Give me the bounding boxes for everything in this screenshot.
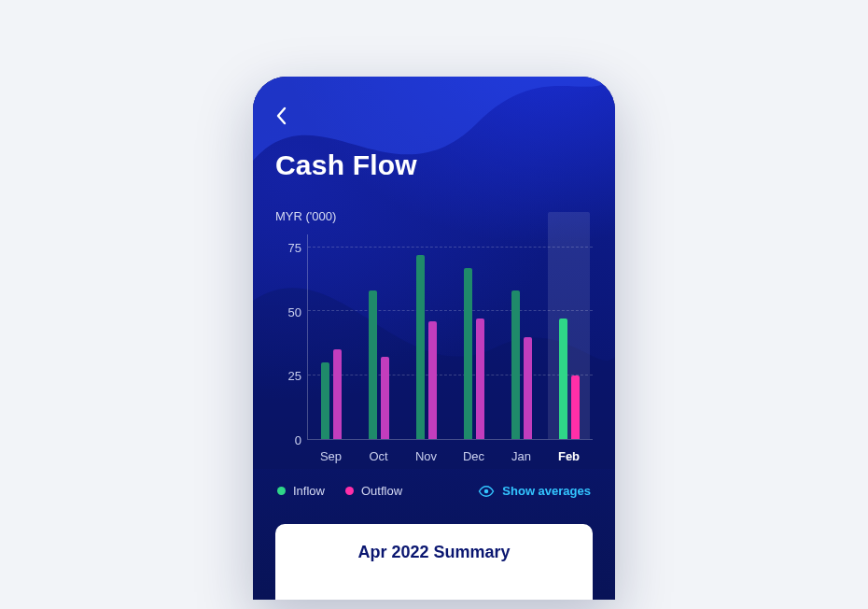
- x-tick: Sep: [307, 449, 355, 463]
- bar-outflow: [476, 319, 484, 439]
- bar-inflow: [559, 319, 567, 439]
- legend-item-inflow: Inflow: [277, 484, 325, 498]
- selection-highlight: [548, 212, 590, 439]
- summary-card: Apr 2022 Summary: [275, 524, 593, 600]
- legend-item-outflow: Outflow: [345, 484, 402, 498]
- y-axis-label: MYR ('000): [275, 209, 593, 223]
- bar-inflow: [416, 255, 425, 439]
- y-tick: 0: [295, 433, 301, 447]
- eye-icon: [478, 485, 495, 498]
- bar-group-jan[interactable]: [497, 234, 545, 439]
- y-tick: 50: [288, 304, 301, 319]
- page-title: Cash Flow: [275, 149, 593, 181]
- legend-row: Inflow Outflow Show averages: [275, 484, 593, 498]
- x-tick: Oct: [355, 449, 402, 463]
- y-tick: 25: [288, 369, 301, 383]
- legend-swatch-inflow: [277, 487, 286, 495]
- show-averages-button[interactable]: Show averages: [478, 484, 591, 498]
- back-button[interactable]: [275, 103, 301, 129]
- show-averages-label: Show averages: [502, 484, 591, 498]
- y-axis: 75 50 25 0: [281, 234, 307, 440]
- summary-title: Apr 2022 Summary: [292, 543, 576, 562]
- chevron-left-icon: [275, 106, 287, 125]
- legend-label: Inflow: [293, 484, 325, 498]
- bar-group-dec[interactable]: [450, 234, 497, 439]
- bar-group-oct[interactable]: [356, 234, 403, 439]
- chart: 75 50 25 0: [281, 234, 593, 463]
- phone-frame: Cash Flow MYR ('000) 75 50 25 0: [253, 77, 615, 600]
- bars-container: [308, 234, 593, 439]
- plot-area: [307, 234, 593, 440]
- x-tick: Dec: [450, 449, 497, 463]
- y-tick: 75: [288, 240, 301, 254]
- legend-label: Outflow: [361, 484, 402, 498]
- bar-group-sep[interactable]: [308, 234, 356, 439]
- bar-group-nov[interactable]: [403, 234, 451, 439]
- bar-outflow: [333, 349, 342, 439]
- bar-inflow: [511, 290, 520, 439]
- x-tick: Jan: [497, 449, 545, 463]
- bar-outflow: [524, 337, 532, 440]
- bar-outflow: [381, 357, 389, 439]
- bar-outflow: [428, 321, 437, 439]
- legend: Inflow Outflow: [277, 484, 402, 498]
- bar-outflow: [571, 375, 580, 439]
- bar-inflow: [321, 362, 329, 439]
- x-axis: Sep Oct Nov Dec Jan Feb: [307, 449, 593, 463]
- svg-point-0: [484, 489, 489, 493]
- x-tick: Nov: [402, 449, 450, 463]
- x-tick-current: Feb: [545, 449, 593, 463]
- bar-inflow: [369, 290, 377, 439]
- bar-inflow: [464, 268, 472, 439]
- bar-group-feb[interactable]: [545, 234, 593, 439]
- legend-swatch-outflow: [345, 487, 354, 495]
